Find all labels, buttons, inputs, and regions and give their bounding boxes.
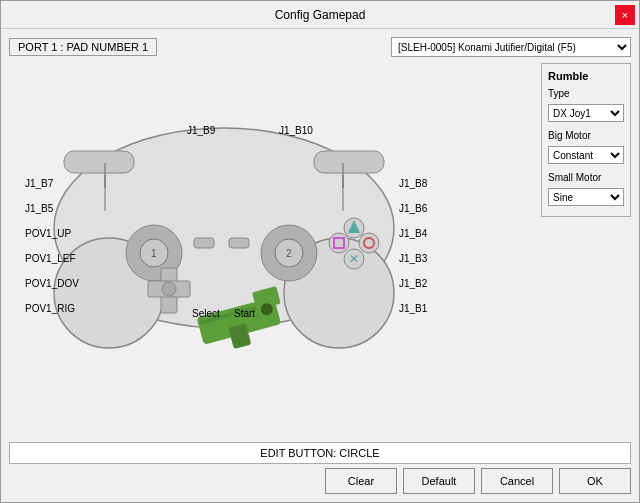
gamepad-illustration: 1 2 [9, 63, 439, 373]
clear-button[interactable]: Clear [325, 468, 397, 494]
content-area: PORT 1 : PAD NUMBER 1 [SLEH-0005] Konami… [1, 29, 639, 502]
ok-button[interactable]: OK [559, 468, 631, 494]
gamepad-area: 1 2 [9, 63, 533, 436]
label-select: Select [192, 308, 220, 319]
rumble-panel: Rumble Type DX Joy1 Big Motor Constant S… [541, 63, 631, 217]
bottom-area: EDIT BUTTON: CIRCLE Clear Default Cancel… [9, 442, 631, 494]
label-b4: J1_B4 [399, 228, 427, 239]
label-b3: J1_B3 [399, 253, 427, 264]
svg-text:✕: ✕ [349, 252, 359, 266]
rumble-small-motor-select[interactable]: Sine [548, 188, 624, 206]
main-area: 1 2 [9, 63, 631, 436]
rumble-title: Rumble [548, 70, 624, 82]
main-window: Config Gamepad × PORT 1 : PAD NUMBER 1 [… [0, 0, 640, 503]
label-b2: J1_B2 [399, 278, 427, 289]
device-select[interactable]: [SLEH-0005] Konami Jutifier/Digital (F5) [391, 37, 631, 57]
rumble-type-select[interactable]: DX Joy1 [548, 104, 624, 122]
edit-row: EDIT BUTTON: CIRCLE [9, 442, 631, 464]
svg-rect-23 [229, 238, 249, 248]
edit-button-label: EDIT BUTTON: CIRCLE [9, 442, 631, 464]
svg-point-16 [359, 233, 379, 253]
label-b10: J1_B10 [279, 125, 313, 136]
label-b9: J1_B9 [187, 125, 215, 136]
rumble-big-motor-label: Big Motor [548, 130, 624, 141]
label-pov-right: POV1_RIG [25, 303, 75, 314]
device-select-wrap: [SLEH-0005] Konami Jutifier/Digital (F5) [391, 37, 631, 57]
top-bar: PORT 1 : PAD NUMBER 1 [SLEH-0005] Konami… [9, 37, 631, 57]
svg-rect-4 [314, 151, 384, 173]
svg-rect-22 [194, 238, 214, 248]
svg-text:2: 2 [286, 248, 292, 259]
label-b5: J1_B5 [25, 203, 53, 214]
label-b7: J1_B7 [25, 178, 53, 189]
port-label: PORT 1 : PAD NUMBER 1 [9, 38, 157, 56]
label-b1: J1_B1 [399, 303, 427, 314]
svg-rect-3 [64, 151, 134, 173]
window-title: Config Gamepad [275, 8, 366, 22]
rumble-type-label: Type [548, 88, 624, 99]
svg-point-13 [162, 282, 176, 296]
title-bar: Config Gamepad × [1, 1, 639, 29]
gamepad-svg: 1 2 [9, 63, 533, 436]
label-b6: J1_B6 [399, 203, 427, 214]
button-row: Clear Default Cancel OK [9, 468, 631, 494]
label-pov-down: POV1_DOV [25, 278, 79, 289]
label-pov-up: POV1_UP [25, 228, 71, 239]
close-button[interactable]: × [615, 5, 635, 25]
rumble-small-motor-label: Small Motor [548, 172, 624, 183]
label-start: Start [234, 308, 255, 319]
label-b8: J1_B8 [399, 178, 427, 189]
svg-point-20 [329, 233, 349, 253]
rumble-big-motor-select[interactable]: Constant [548, 146, 624, 164]
label-pov-left: POV1_LEF [25, 253, 76, 264]
svg-text:1: 1 [151, 248, 157, 259]
cancel-button[interactable]: Cancel [481, 468, 553, 494]
default-button[interactable]: Default [403, 468, 475, 494]
